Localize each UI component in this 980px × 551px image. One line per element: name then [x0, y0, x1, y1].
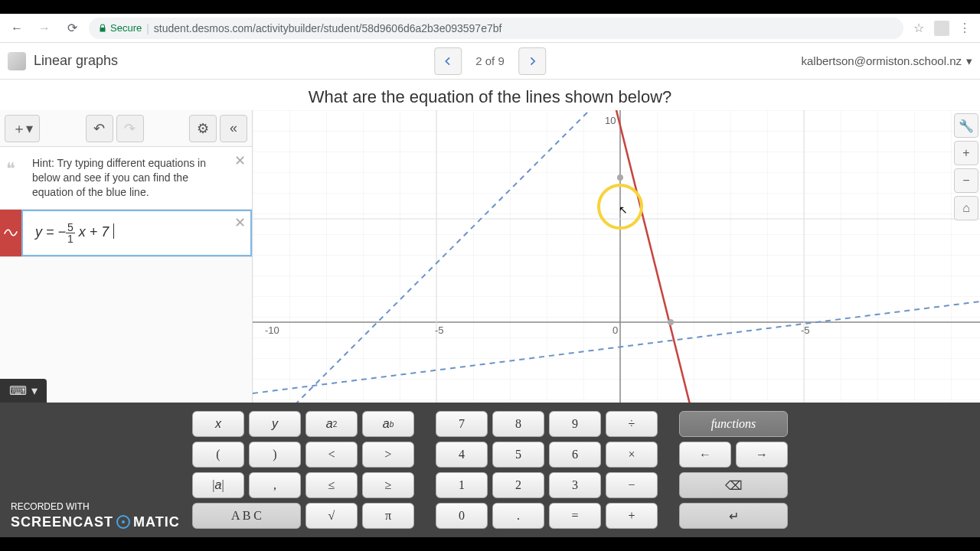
key-dot[interactable]: .	[492, 503, 544, 529]
key-pi[interactable]: π	[362, 503, 414, 529]
key-rparen[interactable]: )	[249, 442, 301, 468]
key-4[interactable]: 4	[436, 442, 488, 468]
key-2[interactable]: 2	[492, 472, 544, 498]
undo-button[interactable]: ↶	[86, 115, 113, 142]
svg-point-7	[617, 174, 623, 181]
pager: 2 of 9	[434, 47, 546, 75]
home-zoom-button[interactable]: ⌂	[954, 196, 978, 220]
key-6[interactable]: 6	[549, 442, 601, 468]
key-lt[interactable]: <	[305, 442, 358, 468]
key-functions[interactable]: functions	[679, 411, 788, 437]
key-div[interactable]: ÷	[606, 411, 658, 437]
key-x[interactable]: x	[192, 411, 244, 437]
key-3[interactable]: 3	[549, 472, 601, 498]
key-gt[interactable]: >	[362, 442, 414, 468]
app-logo	[8, 52, 26, 70]
xtick: -5	[801, 324, 810, 336]
forward-button[interactable]: →	[34, 18, 55, 39]
key-1[interactable]: 1	[436, 472, 488, 498]
expression-color-icon[interactable]	[0, 210, 21, 256]
app-header: Linear graphs 2 of 9 kalbertson@ormiston…	[0, 43, 980, 80]
key-abs[interactable]: |a|	[192, 472, 244, 498]
onscreen-keyboard: x y a2 ab ( ) < > |a| , ≤ ≥ A B C √ π 7 …	[0, 403, 980, 537]
key-7[interactable]: 7	[436, 411, 488, 437]
reload-button[interactable]: ⟳	[61, 18, 83, 39]
next-page-button[interactable]	[518, 47, 546, 75]
browser-menu-icon[interactable]: ⋮	[956, 19, 974, 37]
quote-icon: ❝	[6, 158, 15, 181]
key-backspace[interactable]: ⌫	[679, 472, 788, 498]
expression-input[interactable]: y = −51 x + 7 ✕	[21, 210, 252, 256]
xtick: -10	[265, 324, 279, 336]
key-comma[interactable]: ,	[249, 472, 301, 498]
ytick: 10	[605, 115, 616, 126]
key-power[interactable]: ab	[362, 411, 414, 437]
key-abc[interactable]: A B C	[192, 503, 301, 529]
delete-expression-button[interactable]: ✕	[234, 214, 246, 231]
chevron-down-icon: ▾	[966, 54, 972, 68]
back-button[interactable]: ←	[6, 18, 28, 39]
key-9[interactable]: 9	[549, 411, 601, 437]
key-enter[interactable]: ↵	[679, 503, 788, 529]
key-eq[interactable]: =	[549, 503, 601, 529]
user-menu[interactable]: kalbertson@ormiston.school.nz ▾	[802, 54, 973, 68]
key-ge[interactable]: ≥	[362, 472, 414, 498]
prev-page-button[interactable]	[434, 47, 462, 75]
add-expression-button[interactable]: ＋▾	[5, 115, 40, 142]
activity-title: Linear graphs	[34, 53, 118, 69]
svg-rect-0	[253, 110, 980, 416]
key-8[interactable]: 8	[492, 411, 544, 437]
key-lparen[interactable]: (	[192, 442, 244, 468]
xtick: -5	[435, 324, 444, 336]
collapse-panel-button[interactable]: «	[220, 115, 247, 142]
browser-toolbar: ← → ⟳ Secure | student.desmos.com/activi…	[0, 14, 980, 43]
extension-icon[interactable]	[934, 21, 949, 36]
keyboard-icon: ⌨	[9, 383, 27, 398]
zoom-out-button[interactable]: −	[954, 168, 978, 193]
key-sqrt[interactable]: √	[305, 503, 358, 529]
svg-point-6	[668, 319, 674, 325]
xtick: 0	[612, 324, 618, 336]
secure-indicator: Secure	[98, 22, 142, 34]
key-minus[interactable]: −	[606, 472, 658, 498]
expression-row[interactable]: y = −51 x + 7 ✕	[0, 210, 252, 257]
key-plus[interactable]: +	[606, 503, 658, 529]
zoom-in-button[interactable]: +	[954, 141, 978, 165]
wrench-button[interactable]: 🔧	[954, 113, 978, 138]
key-0[interactable]: 0	[436, 503, 488, 529]
bookmark-star-icon[interactable]: ☆	[910, 19, 928, 37]
key-right[interactable]: →	[736, 442, 788, 468]
expression-toolbar: ＋▾ ↶ ↷ ⚙ «	[0, 110, 252, 147]
key-left[interactable]: ←	[679, 442, 731, 468]
lock-icon	[98, 24, 107, 33]
close-hint-button[interactable]: ✕	[234, 152, 246, 170]
key-le[interactable]: ≤	[305, 472, 358, 498]
graph-canvas[interactable]: -10 -5 0 -5 10 ↖ 🔧 + − ⌂	[253, 110, 980, 416]
address-bar[interactable]: Secure | student.desmos.com/activitybuil…	[89, 18, 903, 39]
hint-box: ❝ Hint: Try typing different equations i…	[0, 147, 252, 210]
gear-icon: ⚙	[197, 120, 209, 137]
key-mul[interactable]: ×	[606, 442, 658, 468]
key-y[interactable]: y	[249, 411, 301, 437]
page-indicator: 2 of 9	[475, 54, 505, 67]
settings-button[interactable]: ⚙	[189, 115, 217, 142]
expression-panel: ＋▾ ↶ ↷ ⚙ « ❝ Hint: Try typing different …	[0, 110, 253, 416]
key-5[interactable]: 5	[492, 442, 544, 468]
question-text: What are the equation of the lines shown…	[0, 80, 980, 110]
keyboard-toggle[interactable]: ⌨ ▾	[0, 379, 47, 403]
key-square[interactable]: a2	[305, 411, 358, 437]
redo-button[interactable]: ↷	[116, 115, 144, 142]
